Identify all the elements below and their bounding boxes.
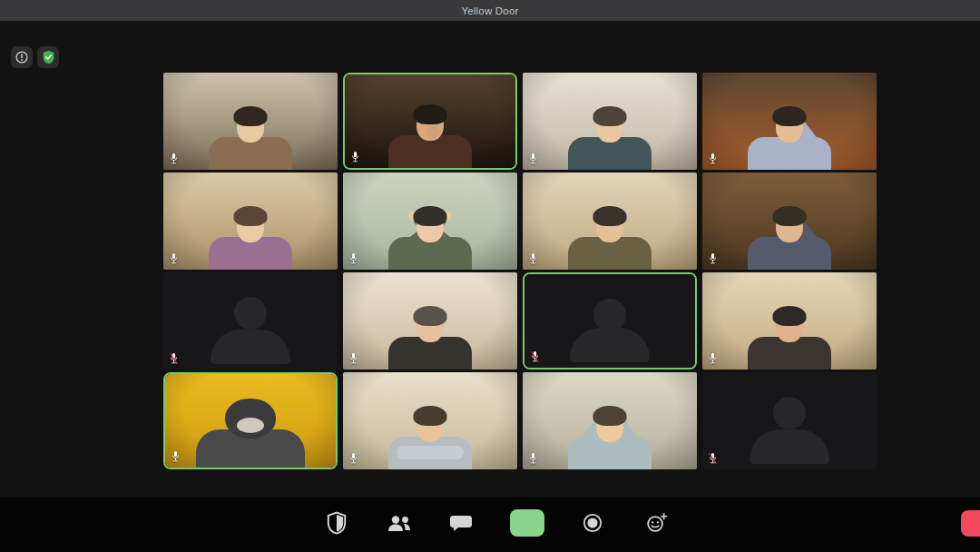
mic-icon (528, 452, 538, 465)
participant-figure (523, 372, 697, 469)
reactions-icon (645, 512, 668, 534)
video-tile-p3-woman-glasses-scarf[interactable] (523, 73, 697, 170)
video-tile-p6-woman-heart-arms-green-sweater[interactable] (343, 172, 517, 270)
mic-icon (528, 153, 538, 165)
video-feed (345, 74, 515, 168)
mic-icon (348, 352, 358, 365)
video-feed (702, 73, 877, 170)
video-feed (523, 372, 697, 469)
participant-figure (702, 73, 877, 170)
record-icon (582, 512, 603, 534)
reactions-button[interactable] (638, 505, 674, 541)
video-feed (523, 73, 697, 170)
mic-icon (171, 450, 181, 463)
participant-figure (343, 372, 517, 469)
chat-icon (449, 512, 473, 534)
encryption-badge-button[interactable] (37, 46, 59, 68)
participant-figure (523, 172, 697, 270)
video-feed (343, 372, 517, 469)
mic-icon (348, 252, 358, 265)
meeting-info-button[interactable] (11, 46, 33, 68)
video-feed (702, 272, 877, 370)
video-feed (163, 73, 338, 170)
shield-icon (326, 511, 348, 535)
avatar-placeholder (702, 372, 877, 469)
video-feed (163, 172, 338, 270)
participant-figure (343, 172, 517, 270)
security-button[interactable] (318, 505, 355, 541)
avatar-placeholder (163, 272, 338, 370)
video-tile-p10-man-glasses-dark-shirt-painting[interactable] (343, 272, 517, 370)
video-tile-p13-gorilla-drawing-yellow[interactable] (163, 372, 338, 469)
mic-icon (708, 352, 718, 365)
mic-icon (169, 352, 179, 365)
video-grid (163, 73, 877, 469)
participant-figure (523, 73, 697, 170)
meeting-toolbar (0, 498, 980, 552)
video-feed (343, 172, 517, 270)
video-tile-p1-man-brown-sweater-office[interactable] (163, 73, 338, 170)
video-tile-p5-woman-purple-sweater-bookshelf[interactable] (163, 172, 338, 270)
video-tile-p4-woman-waving-floral-shirt[interactable] (702, 73, 877, 170)
video-feed (165, 374, 336, 468)
video-tile-p9-video-off-participant[interactable] (163, 272, 338, 370)
mic-icon (169, 153, 179, 165)
participant-figure (163, 172, 338, 270)
participant-figure (165, 374, 336, 468)
video-tile-p2-man-curly-hair-hand-over-mouth[interactable] (343, 73, 517, 170)
participants-button[interactable] (381, 505, 417, 541)
participant-figure (702, 272, 877, 370)
share-screen-pill (510, 509, 544, 537)
video-feed (702, 172, 877, 270)
mic-icon (530, 350, 540, 363)
mic-icon (708, 252, 718, 265)
video-tile-p8-man-plaid-shirt-raised-hand[interactable] (702, 172, 877, 270)
video-tile-p14-man-gray-sweater-arms-crossed[interactable] (343, 372, 517, 469)
leave-pill (961, 510, 980, 537)
participant-figure (163, 73, 338, 170)
mic-icon (348, 452, 358, 465)
record-button[interactable] (574, 505, 611, 541)
video-tile-p16-video-off-participant[interactable] (702, 372, 877, 469)
video-tile-p11-video-off-participant-speaking[interactable] (523, 272, 697, 370)
avatar-placeholder (524, 274, 695, 368)
chat-button[interactable] (443, 505, 479, 541)
mic-icon (169, 252, 179, 265)
info-icon (15, 50, 29, 64)
mic-icon (708, 153, 718, 165)
window-titlebar: Yellow Door (0, 0, 980, 21)
mic-icon (350, 151, 360, 163)
shield-check-icon (42, 50, 55, 64)
video-feed (343, 272, 517, 370)
share-screen-button[interactable] (509, 505, 545, 541)
window-title: Yellow Door (461, 5, 518, 16)
video-tile-p12-man-dark-polo-curtains[interactable] (702, 272, 877, 370)
video-feed (523, 172, 697, 270)
participants-icon (386, 512, 413, 534)
participant-figure (345, 74, 515, 168)
video-tile-p7-man-glasses-olive-jacket[interactable] (523, 172, 697, 270)
meeting-info-controls (11, 46, 59, 68)
mic-icon (708, 452, 718, 465)
participant-figure (702, 172, 877, 270)
mic-icon (528, 252, 538, 265)
leave-button[interactable] (961, 510, 980, 537)
participant-figure (343, 272, 517, 370)
video-tile-p15-woman-waving-both-hands[interactable] (523, 372, 697, 469)
